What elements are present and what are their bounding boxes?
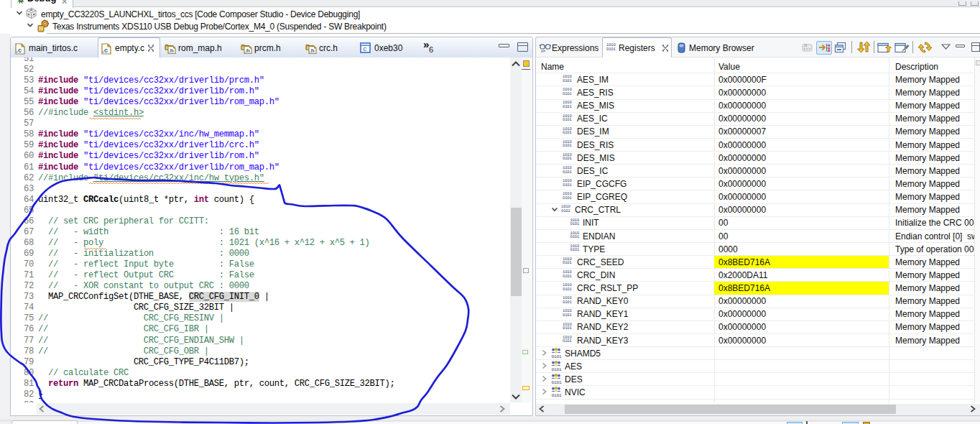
svg-text:0101: 0101 (552, 380, 563, 384)
svg-text:0101: 0101 (552, 354, 563, 358)
svg-text:0101: 0101 (552, 367, 563, 372)
svg-text:x=: x= (541, 49, 545, 52)
svg-text:.h: .h (169, 47, 174, 54)
svg-text:c: c (363, 46, 366, 53)
svg-text:.c: .c (17, 47, 22, 54)
svg-text:.h: .h (310, 47, 315, 54)
svg-text:.h: .h (245, 47, 250, 54)
svg-text:.c: .c (103, 47, 108, 54)
svg-text:0101: 0101 (552, 393, 563, 397)
